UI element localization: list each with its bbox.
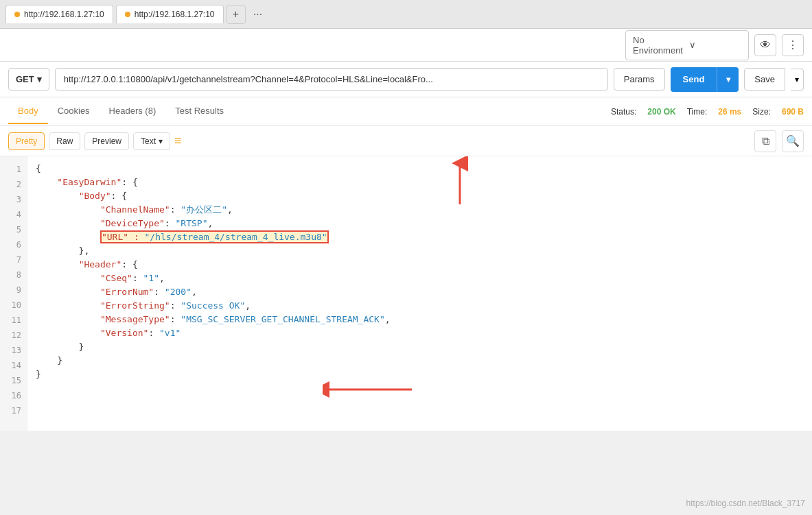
params-button[interactable]: Params bbox=[614, 68, 665, 91]
text-format-label: Text bbox=[141, 136, 156, 146]
send-button[interactable]: Send ▾ bbox=[671, 67, 739, 92]
eye-icon: 👁 bbox=[760, 39, 771, 51]
tab-headers[interactable]: Headers (8) bbox=[100, 99, 166, 124]
line-number: 10 bbox=[0, 298, 27, 313]
code-line: "Version": "v1" bbox=[36, 326, 812, 340]
body-toolbar: Pretty Raw Preview Text ▾ ≡ ⧉ 🔍 bbox=[0, 126, 812, 156]
line-number: 9 bbox=[0, 283, 27, 298]
code-line: "MessageType": "MSG_SC_SERVER_GET_CHANNE… bbox=[36, 313, 812, 326]
tab-cookies[interactable]: Cookies bbox=[48, 99, 100, 124]
line-number: 17 bbox=[0, 403, 27, 418]
settings-button[interactable]: ⋮ bbox=[782, 34, 804, 56]
line-number: 6 bbox=[0, 237, 27, 252]
text-format-chevron: ▾ bbox=[159, 136, 163, 146]
tab-1-label: http://192.168.1.27:10 bbox=[24, 10, 104, 19]
code-editor: 1234567891011121314151617 { "EasyDarwin"… bbox=[0, 156, 812, 431]
line-number: 4 bbox=[0, 207, 27, 222]
send-dropdown-arrow[interactable]: ▾ bbox=[717, 67, 739, 92]
kebab-icon: ⋮ bbox=[787, 38, 798, 51]
code-content: { "EasyDarwin": { "Body": { "ChannelName… bbox=[27, 156, 812, 431]
send-label: Send bbox=[671, 69, 717, 90]
pretty-button[interactable]: Pretty bbox=[8, 132, 45, 150]
line-number: 2 bbox=[0, 177, 27, 192]
line-number: 12 bbox=[0, 328, 27, 343]
line-number: 14 bbox=[0, 358, 27, 373]
env-label: No Environment bbox=[633, 35, 685, 56]
code-line: "URL" : "/hls/stream_4/stream_4_live.m3u… bbox=[36, 230, 812, 244]
method-chevron-icon: ▾ bbox=[37, 74, 42, 84]
raw-button[interactable]: Raw bbox=[49, 132, 80, 150]
code-line: } bbox=[36, 354, 812, 368]
method-selector[interactable]: GET ▾ bbox=[8, 68, 49, 91]
code-line: }, bbox=[36, 244, 812, 258]
url-input[interactable] bbox=[55, 68, 608, 91]
line-number: 16 bbox=[0, 388, 27, 403]
line-number: 15 bbox=[0, 373, 27, 388]
code-line: "Header": { bbox=[36, 258, 812, 272]
method-label: GET bbox=[16, 74, 34, 84]
code-line: "ErrorNum": "200", bbox=[36, 285, 812, 299]
line-number: 1 bbox=[0, 162, 27, 177]
time-label: Time: bbox=[687, 107, 708, 117]
line-number: 11 bbox=[0, 313, 27, 328]
save-button[interactable]: Save bbox=[744, 68, 785, 91]
environment-selector[interactable]: No Environment ∨ bbox=[625, 30, 749, 60]
status-code: 200 OK bbox=[647, 107, 675, 117]
response-tabs-bar: Body Cookies Headers (8) Test Results St… bbox=[0, 97, 812, 126]
tab-2-label: http://192.168.1.27:10 bbox=[135, 10, 215, 19]
toolbar-right-actions: ⧉ 🔍 bbox=[754, 130, 804, 152]
code-line: "Body": { bbox=[36, 189, 812, 203]
wrap-lines-icon[interactable]: ≡ bbox=[174, 134, 182, 148]
line-number: 13 bbox=[0, 343, 27, 358]
status-label: Status: bbox=[611, 107, 636, 117]
browser-tab-1[interactable]: http://192.168.1.27:10 bbox=[5, 5, 113, 23]
request-bar: GET ▾ Params Send ▾ Save ▾ bbox=[0, 62, 812, 97]
code-line: "ChannelName": "办公区二", bbox=[36, 203, 812, 217]
time-value: 26 ms bbox=[718, 107, 741, 117]
copy-button[interactable]: ⧉ bbox=[754, 130, 776, 152]
size-label: Size: bbox=[752, 107, 771, 117]
text-format-dropdown[interactable]: Text ▾ bbox=[133, 132, 170, 150]
chevron-down-icon: ∨ bbox=[689, 40, 741, 50]
search-button[interactable]: 🔍 bbox=[782, 130, 804, 152]
line-number: 5 bbox=[0, 222, 27, 237]
more-tabs-button[interactable]: ··· bbox=[248, 5, 268, 24]
code-line: { bbox=[36, 162, 812, 176]
tab-dot-1 bbox=[14, 12, 20, 17]
line-numbers: 1234567891011121314151617 bbox=[0, 156, 27, 431]
browser-tab-2[interactable]: http://192.168.1.27:10 bbox=[116, 5, 224, 23]
main-content: 1234567891011121314151617 { "EasyDarwin"… bbox=[0, 156, 812, 431]
tab-dot-2 bbox=[125, 12, 130, 17]
size-value: 690 B bbox=[782, 107, 804, 117]
line-number: 3 bbox=[0, 192, 27, 207]
preview-button[interactable]: Preview bbox=[84, 132, 129, 150]
save-dropdown-button[interactable]: ▾ bbox=[791, 69, 804, 91]
status-section: Status: 200 OK Time: 26 ms Size: 690 B bbox=[611, 107, 804, 117]
line-number: 8 bbox=[0, 267, 27, 283]
code-line: "EasyDarwin": { bbox=[36, 176, 812, 189]
environment-bar: No Environment ∨ 👁 ⋮ bbox=[0, 29, 812, 62]
browser-tab-bar: http://192.168.1.27:10 http://192.168.1.… bbox=[0, 0, 812, 29]
eye-button[interactable]: 👁 bbox=[754, 34, 776, 56]
tab-body[interactable]: Body bbox=[8, 99, 48, 124]
add-tab-button[interactable]: + bbox=[227, 5, 246, 24]
code-line: "ErrorString": "Success OK", bbox=[36, 299, 812, 313]
code-line: "DeviceType": "RTSP", bbox=[36, 217, 812, 230]
code-line: } bbox=[36, 340, 812, 354]
code-line: "CSeq": "1", bbox=[36, 272, 812, 285]
code-line: } bbox=[36, 368, 812, 381]
tab-test-results[interactable]: Test Results bbox=[165, 99, 233, 124]
line-number: 7 bbox=[0, 252, 27, 267]
